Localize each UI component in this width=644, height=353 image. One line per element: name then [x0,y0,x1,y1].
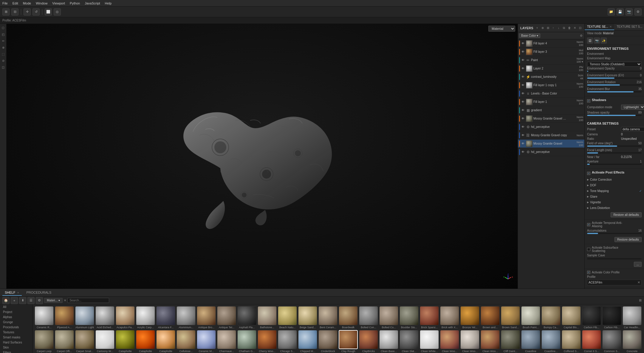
material-item-51[interactable]: Clean Woo... [460,330,479,353]
layers-icon-4[interactable]: ↑ [551,26,555,30]
layer-vis-5[interactable]: 👁 [521,83,525,87]
layers-icon-1[interactable]: + [535,26,539,30]
material-item-10[interactable]: Asphalt Pla... [237,306,256,329]
color-profile-checkbox[interactable]: ✓ [587,271,590,274]
material-item-18[interactable]: Boulder Sto... [400,306,419,329]
material-item-49[interactable]: Clean White... [420,330,439,353]
shelf-filter-close[interactable]: ✕ [64,299,66,302]
layer-vis-1[interactable]: 👁 [521,50,525,54]
frame-btn[interactable]: ⬜ [45,8,52,16]
layer-vis-3[interactable]: 👁 [521,66,525,71]
left-icon-5[interactable]: ⬚ [1,51,6,57]
rotate-btn[interactable]: ↺ [32,8,40,16]
shelf-grid-toggle[interactable]: ⊞ [639,298,642,302]
menu-viewport[interactable]: Viewport [52,1,65,5]
layer-vis-12[interactable]: 👁 [521,142,525,146]
shelf-category-grunge[interactable]: Grunge [0,320,32,325]
shelf-category-hard-surfaces[interactable]: Hard Surfaces [0,340,32,345]
shelf-search-input[interactable] [67,298,109,303]
material-item-42[interactable]: Chicago S... [278,330,297,353]
prop-icon-image[interactable]: 🖼 [587,38,593,44]
material-item-35[interactable]: Catapholte [136,330,155,353]
material-item-28[interactable]: Carbon Fib... [602,306,621,329]
material-item-6[interactable]: Alcantara F... [156,306,175,329]
shelf-import-btn[interactable]: ⬇ [19,297,26,304]
shadow-opacity-slider[interactable] [587,115,642,116]
material-item-12[interactable]: Beach Natu... [278,306,297,329]
grid-view-btn[interactable]: ⊞ [2,8,10,16]
shelf-tab-shelf-close[interactable]: ✕ [17,291,19,294]
layers-icon-6[interactable]: ⧉ [562,26,566,30]
material-item-9[interactable]: Antique Tet... [217,306,236,329]
menu-javascript[interactable]: JavaScript [85,1,100,5]
prop-icon-camera[interactable]: 📷 [594,38,600,44]
material-item-19[interactable]: Brick Sparsi... [420,306,439,329]
material-item-46[interactable]: ClayBricks [359,330,378,353]
subsurface-btn[interactable]: ... [634,262,642,267]
dof-header[interactable]: ▶ DOF [587,183,642,188]
env-opacity-slider[interactable] [587,71,642,72]
material-item-11[interactable]: Bathstone... [258,306,277,329]
material-item-37[interactable]: Cellulose... [177,330,196,353]
material-item-21[interactable]: Bronze Yel... [460,306,479,329]
material-item-30[interactable]: Carpet Loop [35,330,54,353]
material-item-47[interactable]: Clean Base... [379,330,398,353]
restore-defaults-aa-btn[interactable]: Restore defaults [614,237,642,242]
layer-item-5[interactable]: 👁 Fill layer 1 copy 1 Norm 100 [518,81,584,89]
left-icon-6[interactable]: ⊘ [1,58,6,63]
subsurface-checkbox[interactable] [587,248,590,251]
settings-btn[interactable]: ⚙ [634,8,642,16]
tone-mapping-header[interactable]: ▶ Tone Mapping ✓ [587,188,642,193]
shelf-category-all[interactable]: All [0,304,32,309]
glare-header[interactable]: ▶ Glare [587,194,642,199]
shelf-tab-shelf[interactable]: SHELF ✕ [2,290,22,296]
shelf-category-alphas[interactable]: Alphas [0,315,32,320]
subsurface-slider[interactable] [587,258,642,259]
material-item-29[interactable]: Car Headlin... [623,306,642,329]
layers-icon-5[interactable]: ↓ [557,26,561,30]
focal-slider[interactable] [587,152,642,154]
tone-mapping-check[interactable]: ✓ [639,189,642,193]
material-item-20[interactable]: Brick with X... [440,306,459,329]
menu-file[interactable]: File [2,1,8,5]
camera-btn[interactable]: 📷 [626,8,633,16]
material-item-2[interactable]: Aluminum Light [75,306,94,329]
prop-icon-fx[interactable]: ✨ [601,38,607,44]
material-item-57[interactable]: Cornet It S... [582,330,601,353]
material-item-31[interactable]: Carpet Offi... [55,330,74,353]
layer-vis-0[interactable]: 👁 [521,41,525,46]
material-item-13[interactable]: Beige Sand... [298,306,317,329]
profile-close-btn[interactable]: ✕ [637,281,640,284]
viewport-mode-select[interactable]: Material Base Color Normal Roughness Met… [488,26,515,32]
layout-btn[interactable]: ⊟ [11,8,18,16]
layer-item-2[interactable]: 👁 ✏ Paint Norm 100 ▾ [518,56,584,64]
post-effects-checkbox[interactable]: ✓ [587,172,590,175]
layer-item-11[interactable]: 👁 ⛓ Mossy Granite Gravel copy Norm [518,131,584,140]
layer-vis-11[interactable]: 👁 [521,133,525,137]
preset-input[interactable] [621,127,644,131]
layer-vis-4[interactable]: 👁 [521,75,525,79]
layer-item-6[interactable]: 👁 ≡ Levels - Base Color [518,89,584,98]
save-btn[interactable]: 💾 [617,8,624,16]
material-item-36[interactable]: Catapholte [156,330,175,353]
viewport-dropdown[interactable]: Material Base Color Normal Roughness Met… [488,26,515,32]
layer-vis-7[interactable]: 👁 [521,100,525,104]
shelf-list-btn[interactable]: ☰ [27,297,35,304]
layer-vis-8[interactable]: 👁 [521,108,525,112]
material-item-25[interactable]: Bumpy Ca... [541,306,561,329]
tab-close-1[interactable]: ✕ [609,25,612,28]
material-item-40[interactable]: Chatham G... [237,330,256,353]
material-item-17[interactable]: Bolted Co... [379,306,398,329]
env-map-dropdown[interactable]: Tomoco Studio (Outdated) [587,62,642,67]
material-item-39[interactable]: Charmaue... [217,330,236,353]
layer-vis-10[interactable]: 👁 [521,125,525,129]
aperture-slider[interactable] [587,164,642,165]
layers-panel-close[interactable]: ✕ [573,26,577,30]
layer-item-10[interactable]: 👁 ⚙ hd_perceptive [518,123,584,131]
menu-mode[interactable]: Mode [23,1,31,5]
shelf-category-project[interactable]: Project [0,309,32,315]
material-item-4[interactable]: Acapulco Pa... [116,306,135,329]
left-icon-4[interactable]: ⊕ [1,45,6,50]
env-blur-slider[interactable] [587,91,642,92]
material-item-43[interactable]: Chipped M... [298,330,317,353]
